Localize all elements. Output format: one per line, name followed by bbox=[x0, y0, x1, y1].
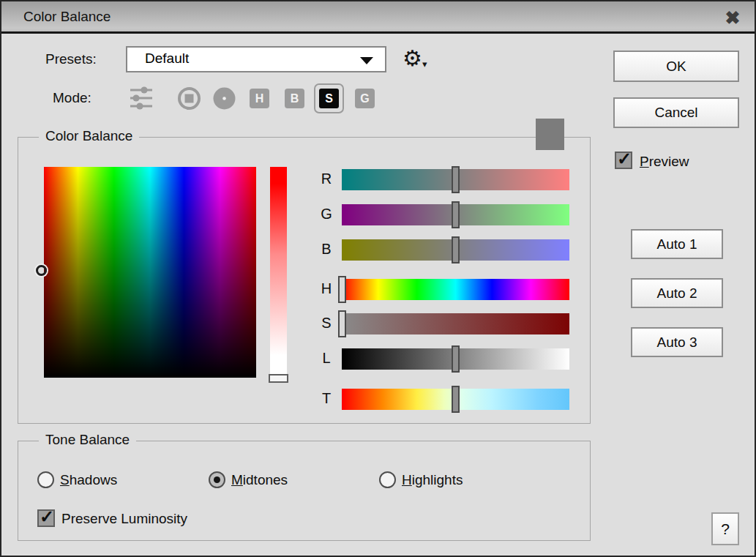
shadows-label: Shadows bbox=[60, 472, 117, 488]
ok-button[interactable]: OK bbox=[613, 51, 739, 82]
preserve-luminosity-label: Preserve Luminosity bbox=[61, 511, 187, 527]
current-color-swatch bbox=[536, 119, 564, 150]
dot-circle-mode-icon[interactable] bbox=[213, 87, 236, 113]
green-slider-handle[interactable] bbox=[452, 201, 460, 228]
preset-options-button[interactable]: ⚙▾ bbox=[403, 44, 436, 73]
color-picker-marker[interactable] bbox=[36, 265, 47, 276]
temperature-slider-handle[interactable] bbox=[452, 386, 460, 413]
mode-label: Mode: bbox=[53, 90, 91, 106]
slider-label-l: L bbox=[315, 350, 337, 367]
dialog-title: Color Balance bbox=[23, 1, 111, 32]
preview-label: Preview bbox=[640, 154, 689, 170]
sliders-mode-icon[interactable] bbox=[130, 85, 152, 114]
help-button[interactable]: ? bbox=[711, 512, 739, 545]
mode-b-button[interactable]: B bbox=[285, 89, 304, 108]
hue-slider-handle[interactable] bbox=[338, 276, 346, 303]
mode-g-button[interactable]: G bbox=[355, 89, 375, 108]
highlights-label: Highlights bbox=[402, 472, 463, 488]
color-balance-group-title: Color Balance bbox=[39, 128, 139, 144]
title-bar[interactable]: Color Balance ✖ bbox=[1, 1, 755, 34]
red-slider-handle[interactable] bbox=[452, 166, 460, 193]
cancel-button[interactable]: Cancel bbox=[613, 97, 739, 128]
slider-label-t: T bbox=[315, 390, 337, 407]
auto3-button[interactable]: Auto 3 bbox=[631, 327, 723, 357]
mode-h-button[interactable]: H bbox=[250, 89, 269, 108]
gear-caret-icon: ▾ bbox=[422, 59, 427, 70]
value-bar-handle[interactable] bbox=[269, 374, 288, 383]
close-icon[interactable]: ✖ bbox=[721, 6, 744, 29]
hue-slider[interactable] bbox=[342, 279, 569, 300]
slider-label-b: B bbox=[315, 241, 337, 258]
ring-square-mode-icon[interactable] bbox=[177, 86, 201, 113]
gear-icon: ⚙ bbox=[403, 46, 422, 70]
lightness-slider[interactable] bbox=[342, 348, 569, 370]
red-slider[interactable] bbox=[342, 169, 569, 190]
preview-checkbox[interactable]: ✓ bbox=[615, 152, 632, 169]
lightness-slider-handle[interactable] bbox=[452, 345, 460, 373]
slider-label-h: H bbox=[315, 280, 337, 297]
auto2-button[interactable]: Auto 2 bbox=[631, 278, 723, 308]
saturation-slider-handle[interactable] bbox=[338, 310, 346, 337]
mode-s-label: S bbox=[319, 89, 339, 108]
presets-value: Default bbox=[145, 51, 189, 67]
blue-slider-handle[interactable] bbox=[452, 236, 460, 263]
saturation-slider[interactable] bbox=[342, 313, 569, 334]
blue-slider[interactable] bbox=[342, 239, 569, 261]
auto1-button[interactable]: Auto 1 bbox=[631, 229, 723, 259]
preserve-luminosity-checkbox[interactable]: ✓ bbox=[37, 509, 55, 527]
tone-balance-group: Tone Balance Shadows Midtones Highlights… bbox=[18, 441, 591, 541]
slider-label-s: S bbox=[315, 315, 337, 332]
check-icon: ✓ bbox=[40, 506, 54, 527]
midtones-label: Midtones bbox=[231, 472, 288, 488]
presets-dropdown[interactable]: Default bbox=[126, 46, 386, 72]
highlights-radio[interactable] bbox=[379, 471, 396, 488]
slider-label-r: R bbox=[315, 171, 337, 187]
shadows-radio[interactable] bbox=[37, 471, 54, 488]
temperature-slider[interactable] bbox=[342, 389, 569, 410]
radio-dot-icon bbox=[214, 476, 220, 483]
color-balance-group: Color Balance R G B H S L T bbox=[18, 137, 591, 424]
chevron-down-icon bbox=[360, 57, 373, 64]
slider-label-g: G bbox=[315, 206, 337, 223]
green-slider[interactable] bbox=[342, 204, 569, 225]
value-bar[interactable] bbox=[270, 167, 287, 374]
tone-balance-group-title: Tone Balance bbox=[39, 432, 136, 448]
color-field[interactable] bbox=[44, 167, 256, 378]
check-icon: ✓ bbox=[617, 149, 632, 169]
mode-s-button-selected[interactable]: S bbox=[314, 83, 344, 113]
midtones-radio[interactable] bbox=[209, 471, 225, 488]
presets-label: Presets: bbox=[45, 51, 97, 67]
color-balance-dialog: Color Balance ✖ Presets: Default ⚙▾ Mode… bbox=[0, 0, 756, 557]
